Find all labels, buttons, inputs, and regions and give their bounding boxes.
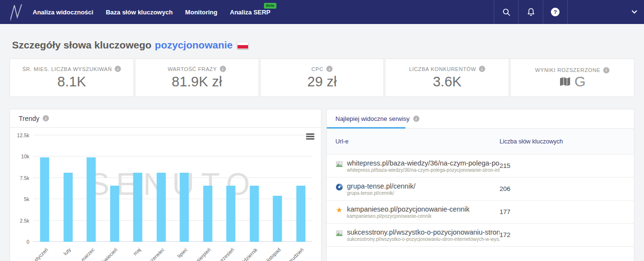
info-icon[interactable]: i bbox=[479, 66, 485, 72]
help-button[interactable]: ? bbox=[543, 0, 567, 24]
url-full: sukcesstrony.pl/wszystko-o-pozycjonowani… bbox=[347, 237, 500, 242]
active-tab-indicator bbox=[327, 127, 405, 129]
main-nav: Analiza widoczności Baza słów kluczowych… bbox=[33, 0, 271, 24]
stat-label: ŚR. MIES. LICZBA WYSZUKIWAŃ bbox=[22, 66, 112, 72]
beta-badge: Beta bbox=[264, 3, 276, 9]
trend-bar[interactable] bbox=[40, 157, 49, 242]
table-row[interactable]: sukcesstrony.pl/wszystko-o-pozycjonowani… bbox=[327, 224, 634, 247]
trend-bar[interactable] bbox=[227, 186, 236, 242]
gridline bbox=[33, 135, 312, 135]
y-axis-label: 10k bbox=[21, 154, 29, 159]
x-axis-label: wrzesień bbox=[217, 247, 235, 261]
table-header: Url-e Liczba słów kluczowych bbox=[327, 129, 634, 154]
trend-bar[interactable] bbox=[110, 186, 119, 242]
trend-bar[interactable] bbox=[250, 186, 259, 242]
url-full: whitepress.pl/baza-wiedzy/36/na-czym-pol… bbox=[347, 167, 500, 173]
y-axis-label: 2.5k bbox=[20, 218, 29, 224]
gridline bbox=[33, 178, 312, 178]
chevron-down-icon bbox=[632, 10, 637, 14]
nav-item-analiza-serp[interactable]: Analiza SERP Beta bbox=[230, 9, 271, 16]
top-sites-panel: Najlepiej widoczne serwisy i Url-e Liczb… bbox=[326, 109, 634, 261]
y-axis-label: 5k bbox=[24, 196, 29, 202]
nav-item-baza-slow-kluczowych[interactable]: Baza słów kluczowych bbox=[106, 9, 172, 16]
x-axis-label: styczeń bbox=[33, 247, 49, 261]
table-row[interactable]: grupa-tense.pl/cennik/ grupa-tense.pl/ce… bbox=[327, 178, 634, 201]
trend-bar[interactable] bbox=[156, 173, 166, 242]
x-axis-label: sierpień bbox=[195, 247, 212, 261]
x-axis-label: październik bbox=[236, 247, 258, 261]
info-icon[interactable]: i bbox=[43, 115, 49, 121]
navbar-right: ? bbox=[494, 0, 644, 24]
column-url: Url-e bbox=[335, 138, 500, 145]
info-icon[interactable]: i bbox=[603, 67, 609, 73]
url-title[interactable]: kampanieseo.pl/pozycjonowanie-cennik bbox=[347, 205, 470, 213]
url-title[interactable]: grupa-tense.pl/cennik/ bbox=[347, 182, 416, 190]
senuto-logo[interactable] bbox=[0, 0, 33, 24]
keywords-count: 177 bbox=[500, 208, 634, 215]
trend-bar[interactable] bbox=[296, 186, 305, 242]
trend-bar[interactable] bbox=[273, 196, 282, 242]
user-menu[interactable] bbox=[567, 0, 644, 24]
x-axis-label: kwiecień bbox=[101, 247, 119, 261]
keywords-count: 172 bbox=[500, 231, 634, 238]
trend-plot: SENUTO 02.5k5k7.5k10k12.5kstyczeńlutymar… bbox=[33, 135, 312, 242]
trend-bar[interactable] bbox=[203, 186, 212, 242]
gridline bbox=[33, 241, 312, 242]
google-icon: G bbox=[574, 74, 585, 89]
y-axis-label: 7.5k bbox=[20, 175, 29, 181]
bell-icon bbox=[527, 8, 535, 16]
x-axis-label: luty bbox=[62, 247, 72, 256]
favicon-image-placeholder-icon bbox=[335, 160, 343, 168]
poland-flag-icon bbox=[237, 42, 249, 49]
table-row[interactable]: ★ kampanieseo.pl/pozycjonowanie-cennik k… bbox=[327, 201, 634, 224]
top-navbar: Analiza widoczności Baza słów kluczowych… bbox=[0, 0, 644, 24]
search-button[interactable] bbox=[494, 0, 518, 24]
info-icon[interactable]: i bbox=[115, 66, 121, 72]
keywords-count: 215 bbox=[500, 162, 634, 169]
stat-value: 8.1K bbox=[58, 74, 86, 90]
info-icon[interactable]: i bbox=[326, 66, 333, 72]
nav-item-monitoring[interactable]: Monitoring bbox=[185, 9, 217, 16]
stat-label: WYNIKI ROZSZERZONE bbox=[535, 67, 600, 73]
nav-item-analiza-widocznosci[interactable]: Analiza widoczności bbox=[33, 9, 93, 16]
y-axis-label: 12.5k bbox=[17, 132, 29, 138]
stat-card-search-volume: ŚR. MIES. LICZBA WYSZUKIWAŃ i 8.1K bbox=[10, 59, 134, 97]
map-icon bbox=[559, 76, 571, 87]
stats-row: ŚR. MIES. LICZBA WYSZUKIWAŃ i 8.1K WARTO… bbox=[10, 59, 634, 97]
stat-card-rich-results: WYNIKI ROZSZERZONE i G bbox=[510, 59, 634, 97]
panels-row: Trendy i SENUTO 02.5k5k7.5k10k12.5kstycz… bbox=[10, 109, 634, 261]
stat-label: CPC bbox=[311, 66, 323, 72]
info-icon[interactable]: i bbox=[413, 116, 419, 122]
keywords-count: 206 bbox=[500, 185, 634, 192]
info-icon[interactable]: i bbox=[220, 66, 226, 72]
page-content: Szczegóły słowa kluczowego pozycjonowani… bbox=[0, 24, 644, 261]
favicon-image-placeholder-icon bbox=[335, 229, 343, 237]
logo-icon bbox=[9, 3, 24, 21]
table-row[interactable]: whitepress.pl/baza-wiedzy/36/na-czym-pol… bbox=[327, 154, 634, 178]
trend-bar[interactable] bbox=[87, 157, 96, 242]
stat-value: 81.9K zł bbox=[172, 74, 222, 90]
stat-label: WARTOŚĆ FRAZY bbox=[168, 66, 217, 72]
stat-label: LICZBA KONKURENTÓW bbox=[409, 66, 476, 72]
notifications-button[interactable] bbox=[518, 0, 543, 24]
trends-title: Trendy bbox=[19, 115, 39, 122]
stat-card-competitors: LICZBA KONKURENTÓW i 3.6K bbox=[385, 59, 509, 97]
keyword-link[interactable]: pozycjonowanie bbox=[155, 39, 233, 51]
trend-bar[interactable] bbox=[133, 173, 143, 242]
stat-value: 3.6K bbox=[433, 74, 462, 90]
favicon-star-icon: ★ bbox=[335, 206, 343, 214]
stat-card-cpc: CPC i 29 zł bbox=[260, 59, 384, 97]
trend-bar[interactable] bbox=[180, 173, 189, 242]
gridline bbox=[33, 156, 312, 156]
page-title: Szczegóły słowa kluczowego pozycjonowani… bbox=[10, 24, 634, 59]
search-icon bbox=[502, 8, 511, 16]
gridline bbox=[33, 220, 312, 221]
trends-panel: Trendy i SENUTO 02.5k5k7.5k10k12.5kstycz… bbox=[10, 109, 322, 261]
url-title[interactable]: sukcesstrony.pl/wszystko-o-pozycjonowani… bbox=[347, 228, 500, 236]
trend-bar[interactable] bbox=[63, 173, 72, 242]
x-axis-label: grudzień bbox=[287, 247, 305, 261]
y-axis-label: 0 bbox=[26, 239, 29, 245]
url-title[interactable]: whitepress.pl/baza-wiedzy/36/na-czym-pol… bbox=[347, 159, 500, 167]
x-axis-label: marzec bbox=[80, 247, 95, 261]
tab-najlepiej-widoczne-serwisy[interactable]: Najlepiej widoczne serwisy i bbox=[327, 109, 634, 129]
